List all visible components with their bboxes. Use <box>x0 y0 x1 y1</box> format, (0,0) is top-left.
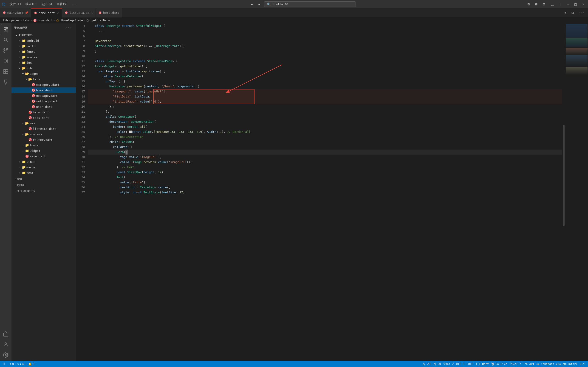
more-btn[interactable]: ··· <box>576 10 586 16</box>
activity-remote[interactable] <box>1 329 11 339</box>
layout-btn4[interactable]: ⚏ <box>549 1 556 7</box>
label-test: test <box>26 171 34 175</box>
sidebar-item-tools[interactable]: › 📁 tools <box>11 142 76 148</box>
code-line-24: border: Border.all( <box>88 124 562 129</box>
file-icon-hero-pages: 🎯 <box>28 110 32 114</box>
run-btn[interactable]: ▷ <box>563 10 569 16</box>
sidebar-item-pages[interactable]: ▼ 📂 pages <box>11 71 76 76</box>
activity-accounts[interactable] <box>1 340 11 350</box>
activity-explorer[interactable] <box>1 24 11 34</box>
sidebar-item-widget[interactable]: › 📁 widget <box>11 148 76 153</box>
status-encoding[interactable]: UTF-8 <box>455 361 465 367</box>
activity-extensions[interactable] <box>1 67 11 77</box>
menu-file[interactable]: 文件(F) <box>8 1 23 7</box>
sidebar-item-fonts[interactable]: › 📁 fonts <box>11 49 76 54</box>
folder-icon-tools: 📁 <box>25 143 29 147</box>
status-language[interactable]: { } Dart <box>475 361 490 367</box>
sidebar-new-file[interactable]: ··· <box>64 25 73 31</box>
scrollbar-vertical[interactable] <box>562 23 565 361</box>
sidebar-item-tabs[interactable]: ▼ 📂 tabs <box>11 76 76 82</box>
minimize-btn[interactable]: ─ <box>565 1 571 7</box>
sidebar-item-message[interactable]: › 🎯 message.dart <box>11 93 76 98</box>
tab-hero-dart[interactable]: 🎯 hero.dart <box>96 8 122 17</box>
sidebar-item-category[interactable]: › 🎯 category.dart <box>11 82 76 87</box>
sidebar-item-listdata[interactable]: › 🎯 listData.dart <box>11 126 76 131</box>
section-timeline[interactable]: › 时间线 <box>11 183 76 188</box>
split-btn[interactable]: ⊟ <box>570 10 575 16</box>
sidebar-item-routers[interactable]: ▼ 📂 routers <box>11 131 76 137</box>
sidebar-item-android[interactable]: › 📁 android <box>11 38 76 43</box>
sidebar-item-images[interactable]: › 📁 images <box>11 54 76 60</box>
sidebar-item-tabs-file[interactable]: › 🎯 tabs.dart <box>11 115 76 120</box>
status-errors[interactable]: ⊗ 0 ⚠ 0 ℹ 4 <box>9 361 25 367</box>
status-position[interactable]: 行 29，列 20 <box>422 361 442 367</box>
code-line-15: onTap: () { <box>88 79 562 84</box>
sidebar-item-lib[interactable]: ▼ 📂 lib <box>11 65 76 71</box>
breadcrumb-pages[interactable]: pages <box>11 19 19 22</box>
sidebar-item-linux[interactable]: › 📁 linux <box>11 159 76 165</box>
nav-forward[interactable]: → <box>257 2 262 7</box>
sidebar-item-macos[interactable]: › 📁 macos <box>11 165 76 170</box>
layout-btn2[interactable]: ⊞ <box>533 1 539 7</box>
sidebar-content[interactable]: ▼ FLUTTER01 › 📁 android › 📁 build › 📁 fo… <box>11 32 76 361</box>
status-spaces[interactable]: 空格: 2 <box>442 361 455 367</box>
section-outline[interactable]: › 大纲 <box>11 176 76 182</box>
status-device[interactable]: Pixel 7 Pro API 34 (android-x64-emulator… <box>509 361 578 367</box>
close-btn[interactable]: ✕ <box>580 1 586 7</box>
sidebar-item-test[interactable]: › 📁 test <box>11 170 76 175</box>
layout-btn[interactable]: ⊟ <box>526 1 531 7</box>
nav-back[interactable]: ← <box>249 2 255 7</box>
status-remote[interactable]: ⌬ <box>2 361 6 367</box>
sidebar-item-user[interactable]: › 🎯 user.dart <box>11 104 76 109</box>
tab-home-dart[interactable]: 🎯 home.dart ✕ <box>31 8 62 17</box>
sidebar-item-router[interactable]: › 🎯 router.dart <box>11 137 76 142</box>
tab-close-home[interactable]: ✕ <box>56 11 59 15</box>
menu-more[interactable]: ··· <box>70 1 79 7</box>
activity-bar <box>0 23 11 361</box>
code-container: 4 5 6 7 8 9 10 11 12 13 14 15 16 17 18 1… <box>76 23 588 361</box>
sidebar-item-build[interactable]: › 📁 build <box>11 43 76 49</box>
scrollbar-thumb[interactable] <box>563 125 565 226</box>
sidebar-item-main[interactable]: › 🎯 main.dart <box>11 153 76 159</box>
sidebar-item-ios[interactable]: › 📁 ios <box>11 60 76 65</box>
status-extras[interactable]: 正在 <box>579 361 586 367</box>
activity-testing[interactable] <box>1 77 11 87</box>
restore-btn[interactable]: □ <box>573 1 579 7</box>
code-line-34: Text( <box>88 175 562 180</box>
sidebar-item-setting[interactable]: › 🎯 setting.dart <box>11 98 76 104</box>
svg-point-8 <box>4 51 5 52</box>
tab-main-dart[interactable]: 🎯 main.dart 📌 <box>0 8 31 17</box>
tab-listdata-dart[interactable]: 🎯 listData.dart <box>62 8 96 17</box>
layout-btn3[interactable]: ⊠ <box>541 1 547 7</box>
remote-icon: ⌬ <box>3 362 5 366</box>
section-dependencies[interactable]: › DEPENDENCIES <box>11 189 76 194</box>
status-line-ending[interactable]: CRLF <box>466 361 474 367</box>
activity-search[interactable] <box>1 35 11 45</box>
breadcrumb-tabs[interactable]: tabs <box>23 19 30 22</box>
pin-icon-main[interactable]: 📌 <box>25 11 28 15</box>
breadcrumb-file[interactable]: home.dart <box>38 19 52 22</box>
label-hero-pages: hero.dart <box>33 110 49 114</box>
status-go-live[interactable]: 📡 Go Live <box>490 361 508 367</box>
label-category: category.dart <box>36 83 60 86</box>
menu-select[interactable]: 选择(S) <box>39 1 54 7</box>
section-deps-label: DEPENDENCIES <box>17 190 35 193</box>
breadcrumb-class[interactable]: _HomePageState <box>60 19 83 22</box>
project-root[interactable]: ▼ FLUTTER01 <box>11 32 76 38</box>
code-editor[interactable]: class HomePage extends StatefulWidget { … <box>87 23 562 361</box>
activity-source-control[interactable] <box>1 45 11 56</box>
warning-count: 0 <box>17 362 19 366</box>
menu-edit[interactable]: 编辑(E) <box>24 1 39 7</box>
breadcrumb-lib[interactable]: lib <box>3 19 8 22</box>
sidebar-item-res[interactable]: ▼ 📂 res <box>11 120 76 126</box>
activity-run[interactable] <box>1 56 11 66</box>
status-notification[interactable]: 🔔 0 <box>27 361 35 367</box>
svg-rect-1 <box>6 27 8 29</box>
minimap[interactable] <box>565 23 588 361</box>
search-bar[interactable]: 🔍 flutter01 <box>264 1 356 7</box>
activity-settings[interactable] <box>1 350 11 360</box>
sidebar-item-home[interactable]: › 🎯 home.dart <box>11 87 76 93</box>
sidebar-item-hero-pages[interactable]: › 🎯 hero.dart <box>11 109 76 115</box>
breadcrumb-method[interactable]: _getListData <box>90 19 110 22</box>
menu-view[interactable]: 查看(V) <box>55 1 69 7</box>
